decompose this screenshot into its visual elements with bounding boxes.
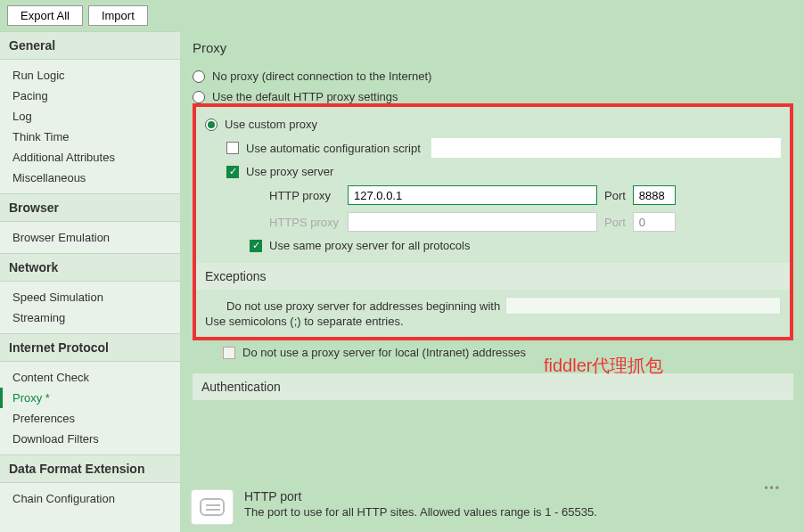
https-port-label: Port [604, 216, 626, 229]
radio-default-proxy-label: Use the default HTTP proxy settings [212, 90, 398, 103]
checkbox-intranet-label: Do not use a proxy server for local (Int… [242, 346, 526, 359]
exceptions-line1: Do not use proxy server for addresses be… [226, 299, 500, 313]
sidebar-item-log[interactable]: Log [0, 106, 180, 127]
exceptions-line2: Use semicolons (;) to separate entries. [205, 315, 781, 328]
sidebar-item-think-time[interactable]: Think Time [0, 127, 180, 147]
sidebar-item-download-filters[interactable]: Download Filters [0, 429, 180, 449]
checkbox-same-proxy-all-label: Use same proxy server for all protocols [269, 239, 470, 252]
checkbox-intranet[interactable] [223, 347, 235, 359]
content-panel: Proxy No proxy (direct connection to the… [180, 31, 804, 532]
sidebar-item-browser-emulation[interactable]: Browser Emulation [0, 227, 180, 248]
radio-default-proxy[interactable] [193, 91, 205, 103]
section-header-general: General [0, 31, 180, 60]
sidebar-item-pacing[interactable]: Pacing [0, 86, 180, 106]
help-description: The port to use for all HTTP sites. Allo… [244, 505, 795, 519]
import-button[interactable]: Import [88, 5, 148, 26]
section-header-internet-protocol: Internet Protocol [0, 333, 180, 362]
sidebar-item-content-check[interactable]: Content Check [0, 367, 180, 388]
checkbox-auto-config-script-label: Use automatic configuration script [246, 142, 421, 155]
help-title: HTTP port [244, 489, 795, 505]
checkbox-use-proxy-server-label: Use proxy server [246, 165, 333, 178]
http-port-label: Port [604, 189, 626, 202]
https-proxy-port-input [633, 212, 676, 232]
radio-no-proxy[interactable] [193, 70, 205, 83]
exceptions-input[interactable] [505, 297, 781, 315]
exceptions-header: Exceptions [196, 263, 790, 290]
sidebar-item-miscellaneous[interactable]: Miscellaneous [0, 168, 180, 188]
export-all-button[interactable]: Export All [7, 5, 83, 26]
help-speech-icon [191, 489, 234, 525]
sidebar-item-chain-configuration[interactable]: Chain Configuration [0, 488, 180, 509]
sidebar-item-preferences[interactable]: Preferences [0, 408, 180, 429]
authentication-header: Authentication [193, 373, 793, 400]
https-proxy-host-input [348, 212, 597, 232]
http-proxy-port-input[interactable] [633, 185, 676, 205]
section-header-network: Network [0, 253, 180, 282]
radio-no-proxy-label: No proxy (direct connection to the Inter… [212, 70, 431, 83]
radio-custom-proxy-label: Use custom proxy [225, 118, 317, 131]
sidebar-item-speed-simulation[interactable]: Speed Simulation [0, 287, 180, 307]
http-proxy-label: HTTP proxy [269, 189, 340, 202]
help-footer: ••• HTTP port The port to use for all HT… [187, 489, 795, 525]
sidebar-item-additional-attributes[interactable]: Additional Attributes [0, 147, 180, 168]
page-title: Proxy [193, 31, 793, 66]
section-header-data-format-extension: Data Format Extension [0, 454, 180, 483]
radio-custom-proxy[interactable] [205, 119, 217, 131]
sidebar: General Run Logic Pacing Log Think Time … [0, 31, 180, 532]
checkbox-use-proxy-server[interactable] [226, 166, 239, 178]
checkbox-auto-config-script[interactable] [226, 142, 239, 154]
drag-handle-icon[interactable]: ••• [764, 482, 781, 495]
section-header-browser: Browser [0, 193, 180, 222]
sidebar-item-streaming[interactable]: Streaming [0, 307, 180, 328]
https-proxy-label: HTTPS proxy [269, 216, 340, 229]
sidebar-item-proxy[interactable]: Proxy * [0, 388, 180, 408]
http-proxy-host-input[interactable] [348, 185, 597, 205]
sidebar-item-run-logic[interactable]: Run Logic [0, 65, 180, 86]
checkbox-same-proxy-all[interactable] [250, 240, 262, 252]
highlight-box: Use custom proxy Use automatic configura… [193, 103, 793, 340]
auto-config-script-input[interactable] [431, 138, 781, 158]
